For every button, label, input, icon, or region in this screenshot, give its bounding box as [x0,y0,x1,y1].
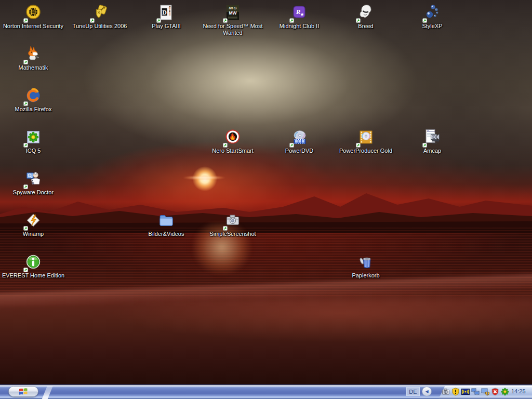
desktop-icon-label: Papierkorb [333,272,398,279]
shortcut-arrow-badge [422,143,427,148]
shortcut-arrow-badge [23,143,28,148]
papierkorb-icon [357,254,375,271]
desktop-icon-midnight-club-ii[interactable]: RMidnight Club II [267,4,332,30]
desktop-icon-label: PowerProducer Gold [333,148,398,154]
shortcut-arrow-badge [223,18,228,23]
security-alert-shield-tray-icon[interactable] [451,388,460,396]
shortcut-arrow-badge [356,143,361,148]
desktop-screen: Norton Internet SecurityTuneUp Utilities… [0,0,532,399]
desktop-icon-mozilla-firefox[interactable]: Mozilla Firefox [1,87,66,113]
mathematik-icon [24,46,42,63]
shortcut-arrow-badge [289,18,294,23]
shortcut-arrow-badge [356,18,361,23]
desktop-icon-powerproducer-gold[interactable]: PowerProducer Gold [333,129,398,154]
desktop-icon-label: Winamp [1,231,66,237]
norton-internet-security-icon [24,4,42,22]
winamp-icon [24,212,42,230]
desktop-icon-label: ICQ 5 [1,148,66,154]
mozilla-firefox-icon [24,87,42,105]
spyware-doctor-monitor-shield-tray-icon[interactable] [481,388,489,396]
wireless-signal-tray-icon[interactable] [461,388,470,396]
desktop-icon-breed[interactable]: Breed [333,4,398,30]
desktop-icon-label: PowerDVD [267,148,332,154]
stylexp-icon [423,4,441,22]
desktop-icon-winamp[interactable]: Winamp [1,212,66,237]
desktop-icon-label: Mathematik [1,64,66,71]
desktop-icon-label: Bilder&Videos [134,231,199,237]
desktop-icon-nero-startsmart[interactable]: Nero StartSmart [200,129,265,154]
desktop-icon-amcap[interactable]: MicrosoftAmcap [400,129,465,154]
desktop-icon-tuneup-utilities-2006[interactable]: TuneUp Utilities 2006 [67,4,132,30]
desktop-icon-label: Amcap [400,148,465,154]
tray-icons [442,388,509,396]
midnight-club-ii-icon: R [290,4,308,22]
icq-5-icon [24,129,42,147]
shortcut-arrow-badge [23,226,28,231]
nero-startsmart-icon [224,129,242,147]
need-for-speed-most-wanted-icon: NFSMW [224,4,242,22]
desktop-icon-grid: Norton Internet SecurityTuneUp Utilities… [0,0,532,399]
desktop-icon-label: Play GTAIII [134,23,199,30]
shortcut-arrow-badge [223,143,228,148]
taskbar-clock[interactable]: 14:25 [511,388,531,394]
simplescreenshot-icon [224,212,242,230]
shortcut-arrow-badge [23,60,28,64]
desktop-icon-label: Midnight Club II [267,23,332,30]
windows-flag-icon [19,388,28,395]
powerdvd-icon [290,129,308,147]
desktop-icon-spyware-doctor[interactable]: Spyware Doctor [1,170,66,196]
shortcut-arrow-badge [23,101,28,106]
powerproducer-gold-icon [357,129,375,147]
desktop-icon-stylexp[interactable]: StyleXP [400,4,465,30]
desktop-icon-powerdvd[interactable]: PowerDVD [267,129,332,154]
svg-text:R: R [296,8,301,16]
desktop-icon-label: EVEREST Home Edition [1,272,66,279]
shortcut-arrow-badge [289,143,294,148]
svg-text:Microsoft: Microsoft [427,130,436,132]
play-gtaiii-icon: D [157,4,175,22]
shortcut-arrow-badge [90,18,95,23]
everest-home-edition-icon [24,254,42,271]
desktop-icon-need-for-speed-most-wanted[interactable]: NFSMWNeed for Speed™ Most Wanted [200,4,265,36]
desktop-icon-simplescreenshot[interactable]: SimpleScreenshot [200,212,265,237]
desktop-icon-norton-internet-security[interactable]: Norton Internet Security [1,4,66,30]
antivirus-alert-shield-tray-icon[interactable] [491,388,499,396]
desktop-icon-label: Spyware Doctor [1,189,66,196]
start-button[interactable] [8,386,38,397]
shortcut-arrow-badge [156,18,161,23]
language-indicator[interactable]: DE [406,387,420,396]
desktop-icon-play-gtaiii[interactable]: DPlay GTAIII [134,4,199,30]
bilder-videos-icon [157,212,175,230]
breed-icon [357,4,375,22]
desktop-icon-mathematik[interactable]: Mathematik [1,46,66,71]
desktop-icon-papierkorb[interactable]: Papierkorb [333,254,398,279]
amcap-icon: Microsoft [423,129,441,147]
desktop-icon-bilder-videos[interactable]: Bilder&Videos [134,212,199,237]
desktop-icon-icq-5[interactable]: ICQ 5 [1,129,66,154]
desktop-icon-label: Need for Speed™ Most Wanted [200,23,265,36]
spyware-doctor-icon [24,170,42,188]
svg-text:D: D [162,9,167,16]
desktop-icon-label: StyleXP [400,23,465,30]
network-connection-tray-icon[interactable] [471,388,480,396]
screenshot-camera-tray-icon[interactable] [442,388,450,396]
shortcut-arrow-badge [23,268,28,272]
desktop-icon-label: Breed [333,23,398,30]
taskbar-divider-stripe [42,385,54,399]
shortcut-arrow-badge [422,18,427,23]
desktop-icon-label: Mozilla Firefox [1,106,66,113]
desktop-icon-everest-home-edition[interactable]: EVEREST Home Edition [1,254,66,279]
shortcut-arrow-badge [223,226,228,231]
tuneup-utilities-2006-icon [91,4,109,22]
icq-flower-tray-icon[interactable] [501,388,509,396]
svg-text:MW: MW [229,10,237,16]
hide-inactive-icons-chevron[interactable]: ◀ [422,387,432,396]
desktop-icon-label: TuneUp Utilities 2006 [67,23,132,30]
shortcut-arrow-badge [23,184,28,189]
shortcut-arrow-badge [23,18,28,23]
desktop-icon-label: SimpleScreenshot [200,231,265,237]
desktop-icon-label: Nero StartSmart [200,148,265,154]
desktop-icon-label: Norton Internet Security [1,23,66,30]
